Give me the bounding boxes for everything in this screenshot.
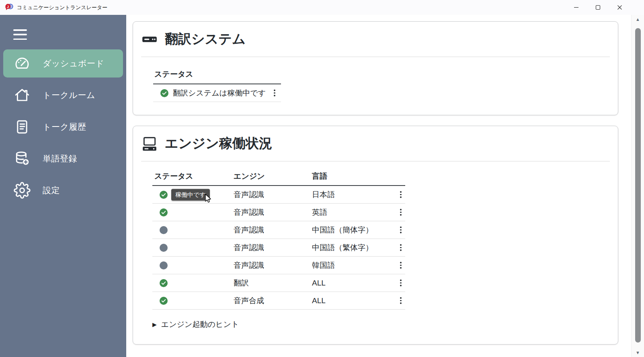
database-add-icon (14, 150, 31, 167)
sidebar-item-talk-room[interactable]: トークルーム (3, 81, 123, 109)
sidebar-item-label: トーク履歴 (43, 121, 86, 133)
engine-cell: 音声合成 (234, 296, 312, 306)
status-tooltip: 稼働中です (171, 189, 210, 200)
row-menu-button[interactable] (396, 260, 405, 270)
language-cell: 日本語 (312, 190, 396, 200)
row-menu-button[interactable] (396, 190, 405, 200)
vertical-scrollbar: ▲ ▼ (631, 15, 644, 357)
card-header: エンジン稼働状況 (141, 126, 610, 161)
section-title: エンジン稼働状況 (165, 135, 272, 153)
sidebar-nav: ダッシュボード トークルーム トーク履歴 単語登録 設定 (0, 49, 126, 204)
home-icon (14, 87, 31, 104)
engine-hint-disclosure[interactable]: ▶ エンジン起動のヒント (152, 319, 239, 330)
window-controls (565, 0, 630, 15)
engine-rows: 稼働中です 音声認識 日本語 音声認識 英語 音声認識 中国語（簡体字） 音声認… (152, 186, 405, 310)
engine-row: 音声認識 中国語（簡体字） (152, 221, 405, 239)
engine-cell: 音声認識 (234, 225, 312, 235)
scrollbar-up-button[interactable]: ▲ (632, 17, 644, 22)
row-menu-button[interactable] (396, 207, 405, 217)
document-icon (14, 118, 31, 135)
translation-system-card: 翻訳システム ステータス 翻訳システムは稼働中です (133, 21, 618, 115)
scrollbar-thumb[interactable] (635, 28, 641, 343)
gauge-icon (14, 55, 31, 72)
server-icon (141, 31, 158, 48)
main-content: 翻訳システム ステータス 翻訳システムは稼働中です (126, 15, 644, 357)
card-header: 翻訳システム (141, 22, 610, 57)
status-idle-icon (160, 226, 168, 234)
engine-row: 音声合成 ALL (152, 292, 405, 310)
minimize-button[interactable] (565, 0, 587, 15)
language-cell: ALL (312, 279, 396, 288)
gear-icon (14, 182, 31, 199)
system-status-block: ステータス 翻訳システムは稼働中です (153, 67, 281, 102)
hamburger-icon (13, 29, 27, 31)
status-ok-icon (160, 279, 168, 287)
sidebar-item-word-registration[interactable]: 単語登録 (3, 145, 123, 173)
language-cell: 韓国語 (312, 260, 396, 271)
scrollbar-down-button[interactable]: ▼ (632, 350, 644, 355)
engine-row: 音声認識 中国語（繁体字） (152, 239, 405, 257)
status-cell: 稼働中です (152, 186, 234, 203)
language-cell: 英語 (312, 207, 396, 218)
engine-cell: 音声認識 (234, 190, 312, 200)
status-cell (152, 204, 234, 221)
engine-row: 音声認識 英語 (152, 204, 405, 221)
status-cell (152, 257, 234, 274)
status-idle-icon (160, 261, 168, 269)
menu-toggle-button[interactable] (13, 29, 27, 40)
sidebar-item-label: 設定 (43, 185, 60, 196)
status-cell (152, 239, 234, 256)
app-icon: J (5, 3, 13, 12)
engine-cell: 音声認識 (234, 260, 312, 271)
language-cell: 中国語（繁体字） (312, 243, 396, 253)
status-cell (152, 221, 234, 239)
system-status-text: 翻訳システムは稼働中です (173, 88, 266, 98)
engine-cell: 音声認識 (234, 243, 312, 253)
row-menu-button[interactable] (396, 296, 405, 306)
titlebar: J コミュニケーショントランスレーター (0, 0, 644, 15)
engine-cell: 音声認識 (234, 207, 312, 218)
row-menu-button[interactable] (396, 243, 405, 253)
engine-table: ステータス エンジン 言語 稼働中です 音声認識 日本語 音声認識 英語 音声認… (152, 171, 405, 310)
status-cell (152, 292, 234, 309)
sidebar-item-dashboard[interactable]: ダッシュボード (3, 49, 123, 78)
sidebar-item-label: トークルーム (43, 90, 95, 101)
sidebar-item-settings[interactable]: 設定 (3, 176, 123, 204)
language-cell: 中国語（簡体字） (312, 225, 396, 235)
system-status-row: 翻訳システムは稼働中です (153, 84, 281, 102)
table-header-row: ステータス エンジン 言語 (152, 171, 405, 186)
page-title: 翻訳システム (165, 30, 246, 48)
engine-hint-label: エンジン起動のヒント (161, 319, 239, 330)
column-header-status: ステータス (152, 171, 234, 182)
maximize-button[interactable] (587, 0, 609, 15)
row-menu-button[interactable] (396, 278, 405, 288)
engine-row: 音声認識 韓国語 (152, 257, 405, 274)
window-title: コミュニケーショントランスレーター (17, 4, 107, 11)
sidebar-item-label: 単語登録 (43, 153, 77, 164)
status-ok-icon (160, 208, 168, 216)
status-column-header: ステータス (153, 67, 281, 84)
engine-row: 翻訳 ALL (152, 274, 405, 292)
engine-row: 稼働中です 音声認識 日本語 (152, 186, 405, 204)
disclosure-triangle-icon: ▶ (152, 321, 157, 328)
sidebar: ダッシュボード トークルーム トーク履歴 単語登録 設定 (0, 15, 126, 357)
svg-text:J: J (7, 5, 9, 9)
status-ok-icon (160, 297, 168, 305)
row-menu-button[interactable] (396, 225, 405, 235)
status-ok-icon (160, 191, 168, 199)
engine-cell: 翻訳 (234, 278, 312, 288)
engine-status-card: エンジン稼働状況 ステータス エンジン 言語 稼働中です 音声認識 日本語 音声… (133, 126, 618, 345)
row-menu-button[interactable] (271, 88, 279, 98)
computer-icon (141, 135, 158, 152)
language-cell: ALL (312, 296, 396, 305)
maximize-icon (595, 5, 601, 10)
status-ok-icon (160, 89, 168, 97)
sidebar-item-label: ダッシュボード (43, 58, 104, 69)
minimize-icon (574, 5, 579, 10)
close-button[interactable] (609, 0, 630, 15)
close-icon (617, 5, 622, 10)
column-header-language: 言語 (312, 171, 396, 182)
sidebar-item-talk-history[interactable]: トーク履歴 (3, 113, 123, 141)
status-idle-icon (160, 244, 168, 252)
status-cell (152, 274, 234, 292)
